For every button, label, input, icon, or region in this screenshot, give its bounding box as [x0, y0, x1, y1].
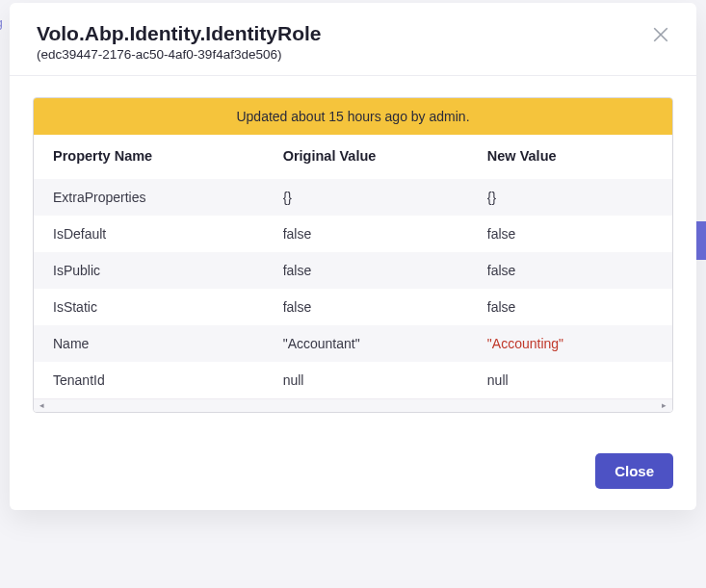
cell-new-value: null [468, 362, 672, 398]
close-icon[interactable] [652, 26, 669, 43]
col-new-value: New Value [468, 135, 672, 179]
horizontal-scrollbar[interactable]: ◂ ▸ [34, 398, 672, 412]
cell-new-value: {} [468, 179, 672, 216]
background-accent-bar [696, 221, 706, 260]
table-row: IsDefaultfalsefalse [34, 216, 672, 252]
cell-property-name: ExtraProperties [34, 179, 264, 216]
dialog-subtitle: (edc39447-2176-ac50-4af0-39f4af3de506) [37, 47, 652, 62]
dialog-title: Volo.Abp.Identity.IdentityRole [37, 22, 652, 45]
changes-panel: Updated about 15 hours ago by admin. Pro… [33, 97, 673, 413]
cell-original-value: false [264, 216, 468, 252]
cell-original-value: false [264, 289, 468, 325]
col-property-name: Property Name [34, 135, 264, 179]
scroll-left-icon[interactable]: ◂ [39, 400, 44, 410]
scroll-right-icon[interactable]: ▸ [662, 400, 667, 410]
dialog-header: Volo.Abp.Identity.IdentityRole (edc39447… [10, 3, 696, 75]
dialog-body: Updated about 15 hours ago by admin. Pro… [10, 76, 696, 436]
cell-original-value: "Accountant" [264, 325, 468, 362]
cell-new-value: false [468, 216, 672, 252]
background-fragment: g [0, 16, 3, 30]
cell-original-value: false [264, 252, 468, 289]
close-button[interactable]: Close [595, 453, 673, 489]
table-row: Name"Accountant""Accounting" [34, 325, 672, 362]
cell-new-value: false [468, 252, 672, 289]
cell-property-name: Name [34, 325, 264, 362]
cell-property-name: IsStatic [34, 289, 264, 325]
cell-original-value: {} [264, 179, 468, 216]
changes-table-wrap: Property Name Original Value New Value E… [34, 135, 672, 398]
dialog-footer: Close [10, 436, 696, 510]
table-row: ExtraProperties{}{} [34, 179, 672, 216]
table-row: IsStaticfalsefalse [34, 289, 672, 325]
table-row: IsPublicfalsefalse [34, 252, 672, 289]
cell-new-value: "Accounting" [468, 325, 672, 362]
col-original-value: Original Value [264, 135, 468, 179]
cell-new-value: false [468, 289, 672, 325]
table-header-row: Property Name Original Value New Value [34, 135, 672, 179]
cell-property-name: IsDefault [34, 216, 264, 252]
update-banner: Updated about 15 hours ago by admin. [34, 98, 672, 135]
audit-change-dialog: Volo.Abp.Identity.IdentityRole (edc39447… [10, 3, 696, 510]
cell-property-name: IsPublic [34, 252, 264, 289]
cell-property-name: TenantId [34, 362, 264, 398]
cell-original-value: null [264, 362, 468, 398]
changes-table: Property Name Original Value New Value E… [34, 135, 672, 398]
table-row: TenantIdnullnull [34, 362, 672, 398]
